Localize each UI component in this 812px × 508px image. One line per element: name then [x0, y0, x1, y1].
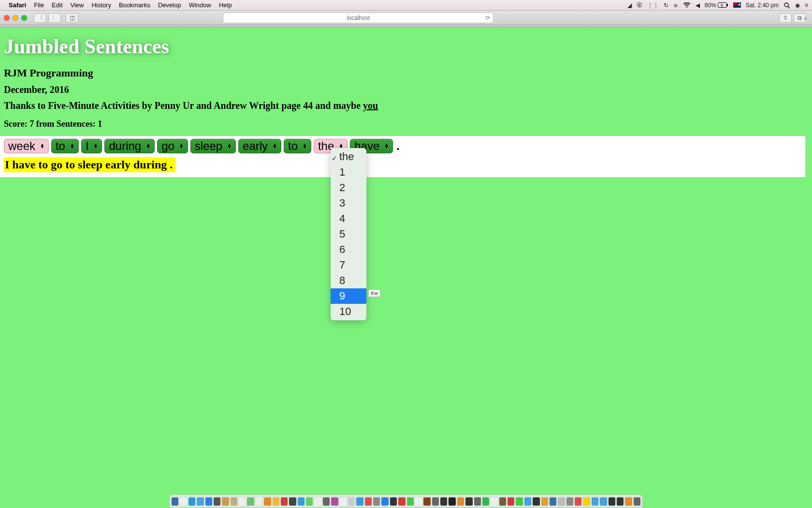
spotlight-icon[interactable]: [783, 2, 790, 9]
dock-app-icon[interactable]: [390, 497, 397, 506]
dock-app-icon[interactable]: [289, 497, 296, 506]
word-select-6[interactable]: early▲▼: [238, 139, 281, 153]
dropdown-option[interactable]: 2: [331, 180, 366, 195]
menuextra-icon[interactable]: ⋮⋮: [647, 2, 659, 9]
menu-view[interactable]: View: [71, 1, 84, 9]
dock-app-icon[interactable]: [634, 497, 640, 506]
dock-app-icon[interactable]: [205, 497, 212, 506]
word-select-0[interactable]: week▲▼: [4, 139, 49, 153]
dock-app-icon[interactable]: [617, 497, 624, 506]
dock-app-icon[interactable]: [440, 497, 447, 506]
menuextra-icon[interactable]: ◢: [627, 2, 632, 9]
dock-app-icon[interactable]: [609, 497, 615, 506]
forward-button[interactable]: 〉: [48, 13, 61, 23]
dock-app-icon[interactable]: [625, 497, 632, 506]
address-bar[interactable]: localhost ⟳: [223, 13, 493, 23]
dock-app-icon[interactable]: [415, 497, 422, 506]
word-select-3[interactable]: during▲▼: [104, 139, 155, 153]
dock-app-icon[interactable]: [331, 497, 338, 506]
dock-app-icon[interactable]: [381, 497, 388, 506]
menu-help[interactable]: Help: [219, 1, 232, 9]
word-select-4[interactable]: go▲▼: [157, 139, 188, 153]
back-button[interactable]: 〈: [34, 13, 46, 23]
dock-app-icon[interactable]: [541, 497, 548, 506]
volume-icon[interactable]: ◀: [696, 2, 700, 9]
dock-app-icon[interactable]: [474, 497, 481, 506]
clock[interactable]: Sat. 2:40 pm: [746, 2, 779, 9]
dropdown-option[interactable]: 6: [331, 242, 366, 257]
sidebar-button[interactable]: ◫: [66, 13, 78, 23]
dock-app-icon[interactable]: [491, 497, 497, 506]
dock-app-icon[interactable]: [373, 497, 380, 506]
menu-bookmarks[interactable]: Bookmarks: [119, 1, 150, 9]
dock[interactable]: [169, 494, 643, 508]
new-tab-button[interactable]: +: [799, 15, 811, 22]
dock-app-icon[interactable]: [592, 497, 598, 506]
dock-app-icon[interactable]: [214, 497, 220, 506]
wifi-icon[interactable]: [683, 2, 691, 8]
menu-history[interactable]: History: [91, 1, 111, 9]
dock-app-icon[interactable]: [172, 497, 178, 506]
dock-app-icon[interactable]: [432, 497, 439, 506]
dock-app-icon[interactable]: [298, 497, 304, 506]
notifications-icon[interactable]: ≡: [805, 2, 808, 9]
dock-app-icon[interactable]: [457, 497, 464, 506]
dropdown-option[interactable]: 3: [331, 195, 366, 211]
dock-app-icon[interactable]: [239, 497, 246, 506]
dock-app-icon[interactable]: [256, 497, 262, 506]
menuextra-icon[interactable]: ⦿: [637, 2, 642, 9]
dock-app-icon[interactable]: [323, 497, 330, 506]
dock-app-icon[interactable]: [348, 497, 355, 506]
dock-app-icon[interactable]: [340, 497, 347, 506]
dock-app-icon[interactable]: [600, 497, 607, 506]
dock-app-icon[interactable]: [482, 497, 489, 506]
dock-app-icon[interactable]: [449, 497, 455, 506]
dropdown-option[interactable]: 5: [331, 226, 366, 242]
word-select-7[interactable]: to▲▼: [284, 139, 311, 153]
timemachine-icon[interactable]: ↻: [664, 2, 668, 9]
dock-app-icon[interactable]: [575, 497, 581, 506]
dock-app-icon[interactable]: [356, 497, 363, 506]
dock-app-icon[interactable]: [398, 497, 405, 506]
input-source-flag-icon[interactable]: [733, 2, 741, 8]
dock-app-icon[interactable]: [197, 497, 203, 506]
dock-app-icon[interactable]: [222, 497, 229, 506]
dock-app-icon[interactable]: [247, 497, 254, 506]
dropdown-option[interactable]: 8: [331, 273, 366, 288]
dock-app-icon[interactable]: [524, 497, 531, 506]
dock-app-icon[interactable]: [423, 497, 430, 506]
dropdown-option[interactable]: 7: [331, 257, 366, 273]
dock-app-icon[interactable]: [306, 497, 313, 506]
vertical-scrollbar[interactable]: [805, 27, 812, 508]
bluetooth-icon[interactable]: ⚹: [673, 2, 678, 9]
dock-app-icon[interactable]: [499, 497, 506, 506]
zoom-window-button[interactable]: [21, 15, 27, 21]
share-button[interactable]: ⇧: [779, 13, 792, 23]
dock-app-icon[interactable]: [516, 497, 522, 506]
dropdown-option[interactable]: 1: [331, 164, 366, 180]
dock-app-icon[interactable]: [566, 497, 573, 506]
dock-app-icon[interactable]: [281, 497, 288, 506]
thanks-you-link[interactable]: you: [363, 100, 378, 111]
dock-app-icon[interactable]: [188, 497, 195, 506]
dock-app-icon[interactable]: [465, 497, 472, 506]
dropdown-option[interactable]: the: [331, 149, 366, 164]
word-position-dropdown[interactable]: the12345678910: [331, 148, 366, 320]
word-select-5[interactable]: sleep▲▼: [190, 139, 236, 153]
menu-edit[interactable]: Edit: [52, 1, 62, 9]
dock-app-icon[interactable]: [558, 497, 565, 506]
battery-status[interactable]: 90%: [705, 2, 728, 9]
dock-app-icon[interactable]: [264, 497, 271, 506]
dock-app-icon[interactable]: [508, 497, 514, 506]
menu-window[interactable]: Window: [189, 1, 211, 9]
menu-develop[interactable]: Develop: [158, 1, 181, 9]
word-select-2[interactable]: I▲▼: [81, 139, 102, 153]
dropdown-option[interactable]: 10: [331, 304, 366, 319]
close-window-button[interactable]: [4, 15, 10, 21]
dock-app-icon[interactable]: [231, 497, 237, 506]
dock-app-icon[interactable]: [583, 497, 590, 506]
menu-app[interactable]: Safari: [9, 1, 26, 9]
dropdown-option[interactable]: 9: [331, 288, 366, 304]
dock-app-icon[interactable]: [533, 497, 539, 506]
dropdown-option[interactable]: 4: [331, 211, 366, 226]
